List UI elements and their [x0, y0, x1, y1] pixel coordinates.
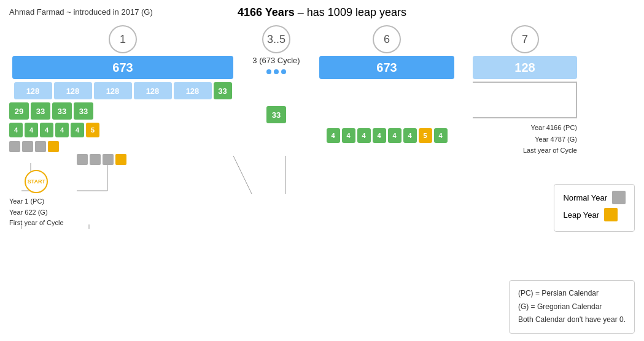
col1-block-128-1: 128 [14, 82, 52, 99]
col1-tiny-4e: 4 [71, 123, 84, 137]
col1-tiny-4a: 4 [9, 123, 23, 137]
col1-tiny-row: 4 4 4 4 4 5 [9, 123, 99, 137]
start-area: START Year 1 (PC) Year 622 (G) First yea… [9, 170, 64, 229]
mini-gray-3 [35, 141, 46, 152]
col1-green-33c: 33 [74, 102, 93, 120]
col3-circle: 6 [373, 25, 401, 53]
mini-gray-5 [90, 154, 101, 165]
leap-year-label: Leap Year [563, 210, 599, 220]
col1-green-33b: 33 [52, 102, 72, 120]
col3-tiny-4g: 4 [434, 128, 448, 143]
mini-yellow-2 [115, 154, 126, 165]
normal-year-label: Normal Year [563, 193, 607, 202]
col3-tiny-5: 5 [419, 128, 432, 143]
start-g: Year 622 (G) [9, 209, 48, 216]
col1-green-sub: 29 33 33 33 [9, 102, 93, 120]
start-pc: Year 1 (PC) [9, 197, 44, 205]
col2-33-block-area: 33 [266, 106, 286, 123]
dot-1 [266, 69, 271, 74]
col2-bar-text: 3 (673 Cycle) [252, 56, 300, 65]
col1-green-29: 29 [9, 102, 29, 120]
normal-year-swatch [612, 191, 626, 204]
col1-block-128-3: 128 [94, 82, 132, 99]
mini-yellow-1 [48, 141, 59, 152]
col4-year-note: Last year of Cycle [473, 145, 577, 156]
mini-gray-2 [22, 141, 33, 152]
col1-block-33: 33 [214, 82, 232, 99]
mini-gray-4 [77, 154, 88, 165]
col2-dots [266, 69, 286, 74]
author-line: Ahmad Farmad ~ introduced in 2017 (G) [9, 7, 153, 17]
col4-bar: 128 [473, 56, 577, 79]
col1-128-blocks: 128 128 128 128 128 33 [14, 82, 232, 99]
bottom-info-line1: (PC) = Persian Calendar [518, 287, 626, 301]
col4-year-info: Year 4166 (PC) Year 4787 (G) Last year o… [473, 122, 577, 156]
col3-tiny-4a: 4 [327, 128, 340, 143]
col3-tiny-4d: 4 [373, 128, 386, 143]
col1-tiny-5: 5 [86, 123, 99, 137]
col3-tiny-4b: 4 [342, 128, 355, 143]
bottom-info-box: (PC) = Persian Calendar (G) = Gregorian … [509, 280, 635, 334]
main-container: Ahmad Farmad ~ introduced in 2017 (G) 41… [0, 0, 644, 341]
col2-circle: 3..5 [262, 25, 290, 53]
col1-bar: 673 [12, 56, 233, 79]
col4-bracket [473, 82, 577, 118]
main-title: 4166 Years – has 1009 leap years [238, 6, 406, 18]
legend-box: Normal Year Leap Year [554, 184, 635, 232]
col3-bar: 673 [319, 56, 454, 79]
col1-tiny-4b: 4 [25, 123, 38, 137]
col4-year-pc: Year 4166 (PC) [473, 122, 577, 134]
title-subtitle: – has 1009 leap years [298, 6, 406, 18]
col1-block-128-5: 128 [174, 82, 212, 99]
year-note-start: Year 1 (PC) Year 622 (G) First year of C… [9, 196, 64, 229]
col1-mini-blocks [9, 141, 59, 152]
col2-green-33: 33 [266, 106, 286, 123]
col4-year-g: Year 4787 (G) [473, 134, 577, 145]
col1-tiny-4d: 4 [55, 123, 69, 137]
column-3: 6 673 4 4 4 4 4 4 5 4 [316, 25, 457, 143]
mini-gray-6 [103, 154, 114, 165]
columns-row: 1 673 128 128 128 128 128 33 29 33 33 33… [9, 25, 635, 229]
col1-circle: 1 [109, 25, 137, 53]
mini-gray-1 [9, 141, 20, 152]
col4-circle: 7 [511, 25, 539, 53]
dot-2 [274, 69, 279, 74]
bottom-info-line3: Both Calendar don't have year 0. [518, 313, 626, 327]
start-note: First year of Cycle [9, 219, 64, 226]
dot-3 [281, 69, 286, 74]
title-main: 4166 Years [238, 6, 295, 18]
col3-tiny-4c: 4 [357, 128, 371, 143]
start-circle: START [25, 170, 48, 193]
col1-green-33a: 33 [31, 102, 50, 120]
col1-block-128-2: 128 [54, 82, 92, 99]
col1-block-128-4: 128 [134, 82, 172, 99]
col1-tiny-4c: 4 [40, 123, 53, 137]
column-4: 7 128 Year 4166 (PC) Year 4787 (G) Last … [470, 25, 580, 156]
legend-normal-year: Normal Year [563, 191, 626, 204]
legend-leap-year: Leap Year [563, 208, 626, 221]
leap-year-swatch [604, 208, 618, 221]
column-2: 3..5 3 (673 Cycle) 33 [242, 25, 310, 123]
col3-green-sub: 4 4 4 4 4 4 5 4 [327, 128, 448, 143]
col1-mini-blocks-2 [77, 154, 126, 165]
col3-tiny-4e: 4 [388, 128, 402, 143]
col3-tiny-4f: 4 [403, 128, 417, 143]
column-1: 1 673 128 128 128 128 128 33 29 33 33 33… [9, 25, 236, 229]
bottom-info-line2: (G) = Gregorian Calendar [518, 301, 626, 314]
